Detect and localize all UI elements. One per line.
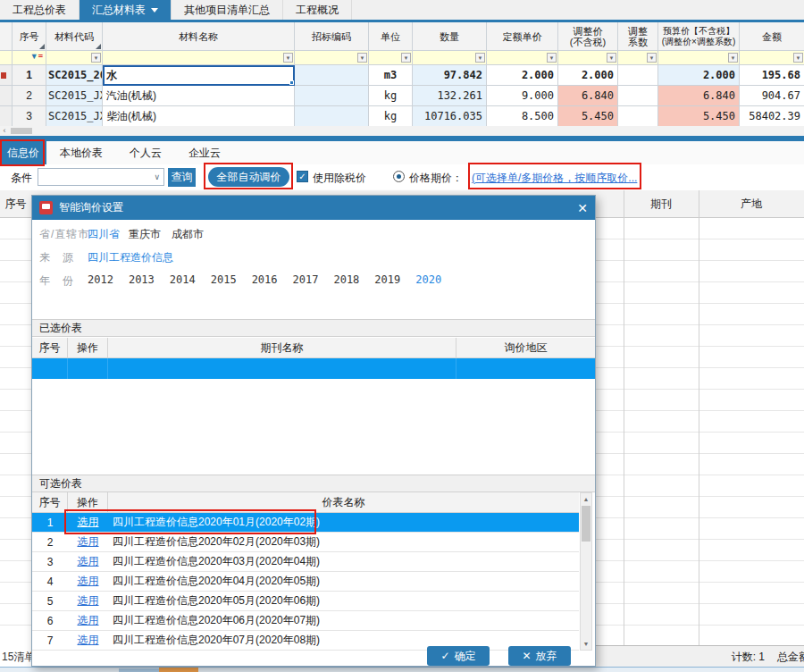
close-icon[interactable]: ✕ xyxy=(577,202,588,214)
ok-button[interactable]: ✓确定 xyxy=(427,646,490,666)
cell-unit[interactable]: kg xyxy=(369,86,413,106)
cell-budget-price[interactable]: 5.450 xyxy=(658,106,740,127)
cell-adjusted-price[interactable]: 6.840 xyxy=(558,86,618,106)
col-seq[interactable]: 序号 xyxy=(13,22,46,51)
year-option-selected[interactable]: 2020 xyxy=(415,273,441,286)
table-row[interactable]: 1 SC2015_200 水 m3 97.842 2.000 2.000 2.0… xyxy=(0,65,804,86)
filter-dropdown-icon[interactable]: ▼ xyxy=(357,53,367,63)
cell-seq[interactable]: 3 xyxy=(13,106,46,127)
cell-material-name-selected[interactable]: 水 xyxy=(103,65,295,86)
filter-dropdown-icon[interactable]: ▼ xyxy=(91,53,101,63)
horizontal-scrollbar[interactable]: ‹ xyxy=(0,126,804,136)
col-amount[interactable]: 金额 xyxy=(740,22,804,51)
year-option[interactable]: 2012 xyxy=(88,273,113,286)
filter-cell[interactable]: ▼ xyxy=(413,51,487,65)
tab-project-overview[interactable]: 工程概况 xyxy=(283,0,352,20)
col-budget-price[interactable]: 预算价【不含税】 (调整价×调整系数) xyxy=(658,22,740,51)
year-option[interactable]: 2013 xyxy=(129,273,155,286)
available-row[interactable]: 2 选用 四川工程造价信息2020年02月(2020年03期) xyxy=(32,533,579,552)
cell-bid-code[interactable] xyxy=(295,65,369,86)
cell-unit[interactable]: kg xyxy=(369,106,413,127)
col-adjust-factor[interactable]: 调整 系数 xyxy=(618,22,658,51)
cell-material-code[interactable]: SC2015_JX00 xyxy=(46,86,103,106)
tab-personal-cloud[interactable]: 个人云 xyxy=(116,141,175,164)
cell-quantity[interactable]: 132.261 xyxy=(413,86,487,106)
cell-amount[interactable]: 58402.39 xyxy=(740,106,804,127)
cell-material-code[interactable]: SC2015_JX00 xyxy=(46,106,103,127)
filter-dropdown-icon[interactable]: ▼ xyxy=(647,53,657,63)
tab-project-total-price[interactable]: 工程总价表 xyxy=(0,0,80,20)
cell-adjust-factor[interactable] xyxy=(618,86,658,106)
cell-seq[interactable]: 2 xyxy=(13,86,46,106)
filter-cell[interactable]: ▼ xyxy=(558,51,618,65)
filter-cell[interactable]: ▼ xyxy=(46,51,103,65)
tab-material-summary[interactable]: 汇总材料表 xyxy=(80,0,172,20)
available-row[interactable]: 4 选用 四川工程造价信息2020年04月(2020年05期) xyxy=(32,572,579,592)
dialog-title-bar[interactable]: 智能询价设置 ✕ xyxy=(32,196,595,220)
source-option-selected[interactable]: 四川工程造价信息 xyxy=(88,250,173,265)
cell-quota-price[interactable]: 2.000 xyxy=(487,65,558,86)
condition-combobox[interactable]: ∨ xyxy=(38,168,164,186)
filter-cell[interactable]: ▼ xyxy=(658,51,740,65)
tax-excluded-checkbox[interactable]: ✓ xyxy=(297,171,308,182)
cell-material-name[interactable]: 柴油(机械) xyxy=(103,106,295,127)
filter-cell[interactable]: ▼ xyxy=(369,51,413,65)
filter-dropdown-icon[interactable]: ▼ xyxy=(607,53,616,63)
available-row[interactable]: 7 选用 四川工程造价信息2020年07月(2020年08期) xyxy=(32,631,579,651)
auto-adjust-all-button[interactable]: 全部自动调价 xyxy=(208,167,289,187)
filter-dropdown-icon[interactable]: ▼ xyxy=(401,53,411,63)
available-row-selected[interactable]: 1 选用 四川工程造价信息2020年01月(2020年02期) xyxy=(32,513,579,533)
scrollbar-thumb[interactable] xyxy=(11,128,32,134)
price-period-radio[interactable] xyxy=(393,171,405,182)
filter-dropdown-icon[interactable]: ▼ xyxy=(475,53,485,63)
cell-quota-price[interactable]: 8.500 xyxy=(487,106,558,127)
select-use-link[interactable]: 选用 xyxy=(68,593,108,609)
year-option[interactable]: 2016 xyxy=(252,273,278,286)
col-quantity[interactable]: 数量 xyxy=(413,22,487,51)
filter-cell[interactable]: ▼ xyxy=(103,51,295,65)
cell-adjust-factor[interactable] xyxy=(618,106,658,127)
cell-seq[interactable]: 1 xyxy=(13,65,46,86)
cell-bid-code[interactable] xyxy=(295,86,369,106)
tab-info-price[interactable]: 信息价 xyxy=(0,141,46,164)
filter-dropdown-icon[interactable]: ▼ xyxy=(728,53,738,63)
selected-list-empty-row[interactable] xyxy=(32,358,595,379)
col-material-code[interactable]: 材料代码 xyxy=(46,22,103,51)
filter-funnel-cell[interactable]: ▼= xyxy=(13,51,46,65)
col-unit[interactable]: 单位 xyxy=(369,22,413,51)
filter-cell[interactable]: ▼ xyxy=(618,51,658,65)
select-use-link[interactable]: 选用 xyxy=(68,633,108,648)
select-use-link[interactable]: 选用 xyxy=(68,515,108,530)
cell-budget-price[interactable]: 6.840 xyxy=(658,86,740,106)
cell-quantity[interactable]: 10716.035 xyxy=(413,106,487,127)
select-use-link[interactable]: 选用 xyxy=(68,554,108,569)
table-row[interactable]: 2 SC2015_JX00 汽油(机械) kg 132.261 9.000 6.… xyxy=(0,86,804,106)
province-option[interactable]: 重庆市 xyxy=(129,227,161,242)
cell-bid-code[interactable] xyxy=(295,106,369,127)
cell-budget-price[interactable]: 2.000 xyxy=(658,65,740,86)
cell-material-code[interactable]: SC2015_200 xyxy=(46,65,103,86)
scroll-left-icon[interactable]: ‹ xyxy=(0,126,9,136)
cell-adjusted-price[interactable]: 5.450 xyxy=(558,106,618,127)
select-use-link[interactable]: 选用 xyxy=(68,574,108,589)
col-bid-code[interactable]: 招标编码 xyxy=(295,22,369,51)
tab-local-price-table[interactable]: 本地价表 xyxy=(46,141,116,164)
filter-dropdown-icon[interactable]: ▼ xyxy=(283,53,293,63)
selection-handle[interactable] xyxy=(289,80,294,85)
filter-cell[interactable]: ▼ xyxy=(740,51,804,65)
scrollbar-thumb[interactable] xyxy=(582,506,590,542)
cell-amount[interactable]: 904.67 xyxy=(740,86,804,106)
year-option[interactable]: 2019 xyxy=(374,273,400,286)
filter-dropdown-icon[interactable]: ▼ xyxy=(547,53,557,63)
filter-cell[interactable]: ▼ xyxy=(295,51,369,65)
cell-adjusted-price[interactable]: 2.000 xyxy=(558,65,618,86)
query-button[interactable]: 查询 xyxy=(168,168,196,187)
tab-enterprise-cloud[interactable]: 企业云 xyxy=(175,141,234,164)
scroll-down-icon[interactable]: ▼ xyxy=(581,638,591,650)
cell-amount[interactable]: 195.68 xyxy=(740,65,804,86)
cell-unit[interactable]: m3 xyxy=(369,65,413,86)
province-option-selected[interactable]: 四川省 xyxy=(88,227,120,242)
year-option[interactable]: 2018 xyxy=(333,273,359,286)
available-row[interactable]: 3 选用 四川工程造价信息2020年03月(2020年04期) xyxy=(32,552,579,572)
col-adjusted-price[interactable]: 调整价 (不含税) xyxy=(558,22,618,51)
